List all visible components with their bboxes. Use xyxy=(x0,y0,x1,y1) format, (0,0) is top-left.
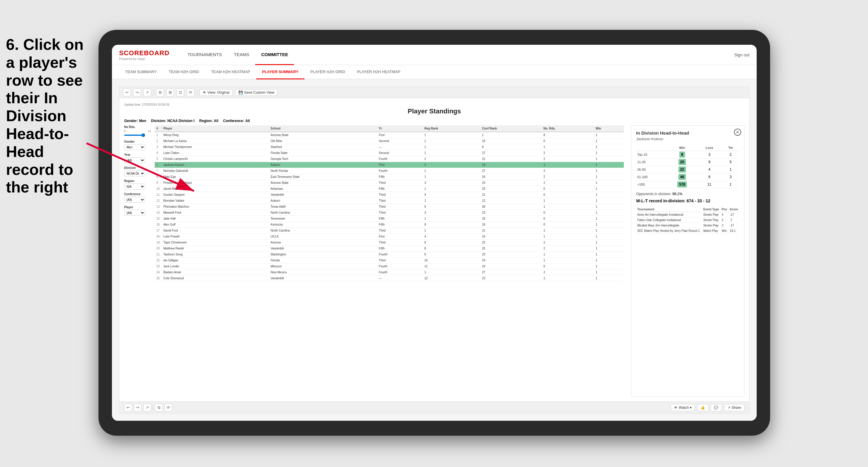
table-row[interactable]: 4 Luke Claton Florida State Second 1 27 … xyxy=(155,150,624,156)
table-row[interactable]: 16 Alex Goff Kentucky Fifth 8 19 0 1 xyxy=(155,222,624,228)
share-button[interactable]: ↗ Share xyxy=(724,404,744,411)
cell-reg: 1 xyxy=(423,168,480,174)
h2h-row: 26-50 22 4 1 xyxy=(636,166,739,174)
forward-button[interactable]: ↗ xyxy=(143,89,151,96)
tab-player-summary[interactable]: PLAYER SUMMARY xyxy=(256,65,305,80)
cell-win: 1 xyxy=(594,198,624,204)
table-row[interactable]: 14 Maxwell Ford North Carolina Third 3 2… xyxy=(155,210,624,216)
cell-school: Auburn xyxy=(269,198,377,204)
table-row[interactable]: 2 Michael La Sasso Ole Miss Second 1 19 … xyxy=(155,138,624,144)
result-score: -17 xyxy=(728,223,739,228)
watch-icon: 👁 xyxy=(674,406,678,410)
table-row[interactable]: 1 Wenyi Ding Arizona State First 1 1 8 1 xyxy=(155,132,624,138)
cell-conf: 21 xyxy=(480,228,542,234)
conference-filter-select[interactable]: (All) xyxy=(124,197,145,203)
table-row[interactable]: 21 Taehoon Song Washington Fourth 6 23 1… xyxy=(155,252,624,257)
select-button[interactable]: ⊡ xyxy=(177,89,184,96)
slider-track[interactable] xyxy=(124,134,145,136)
table-row[interactable]: 11 Gordon Sargent Vanderbilt Third 4 21 … xyxy=(155,192,624,198)
cell-player: Preston Summerhays xyxy=(161,180,269,186)
copy-button[interactable]: ⧉ xyxy=(156,89,164,96)
cell-yr: Second xyxy=(377,138,423,144)
redo-button[interactable]: ↪ xyxy=(133,89,141,96)
thumbs-up-button[interactable]: 👍 xyxy=(697,404,708,411)
table-row[interactable]: 18 Luke Powell UCLA First 4 24 1 1 xyxy=(155,234,624,240)
cell-conf: 24 xyxy=(480,263,542,270)
year-filter-group: Year (All) xyxy=(124,153,151,163)
bottom-copy[interactable]: ⧉ xyxy=(155,404,163,411)
table-row[interactable]: 8 Mats Ege East Tennessee State Fifth 1 … xyxy=(155,174,624,180)
cell-win: 1 xyxy=(594,216,624,222)
cell-player: Taehoon Song xyxy=(161,252,269,257)
cell-yr: — xyxy=(377,144,423,150)
tab-team-h2h-grid[interactable]: TEAM H2H GRID xyxy=(163,65,205,80)
tab-player-h2h-grid[interactable]: PLAYER H2H GRID xyxy=(305,65,351,80)
gender-filter-group: Gender Men xyxy=(124,140,151,150)
cell-win: 1 xyxy=(594,252,624,257)
h2h-results-table: Tournament Event Type Pos Score Amer Ari… xyxy=(636,207,739,234)
save-custom-button[interactable]: 💾 Save Custom View xyxy=(235,89,278,96)
division-filter-label: Division xyxy=(124,166,151,169)
table-row[interactable]: 19 Tiger Christensen Arizona Third 8 23 … xyxy=(155,240,624,246)
conference-label: Conference: xyxy=(223,119,244,123)
bottom-redo[interactable]: ↪ xyxy=(134,404,142,411)
comment-button[interactable]: 💬 xyxy=(711,404,722,411)
bottom-forward[interactable]: ↗ xyxy=(143,404,151,411)
bottom-refresh[interactable]: ⟳ xyxy=(164,404,172,411)
year-filter-label: Year xyxy=(124,153,151,156)
table-row[interactable]: 17 David Ford North Carolina Third 1 21 … xyxy=(155,228,624,234)
sign-out-link[interactable]: Sign out xyxy=(734,53,749,57)
cell-win: 1 xyxy=(594,210,624,216)
cell-rds: 2 xyxy=(542,270,594,275)
player-filter-select[interactable]: (All) xyxy=(124,210,145,216)
cell-rds: 2 xyxy=(542,174,594,180)
cell-win: 1 xyxy=(594,144,624,150)
h2h-tie: 1 xyxy=(722,181,739,188)
table-row[interactable]: 12 Brendan Valdes Auburn Third 1 13 1 1 xyxy=(155,198,624,204)
cell-player: Bastien Amat xyxy=(161,270,269,275)
table-row[interactable]: 3 Michael Thorbjornsen Stanford — 1 8 1 … xyxy=(155,144,624,150)
table-row[interactable]: 13 Phichaksn Maichon Texas A&M Third 6 3… xyxy=(155,204,624,210)
h2h-tie: 5 xyxy=(722,158,739,166)
nav-item-committee[interactable]: COMMITTEE xyxy=(255,45,294,65)
table-row[interactable]: 24 Bastien Amat New Mexico Fourth 1 27 2… xyxy=(155,270,624,275)
save-custom-label: Save Custom View xyxy=(244,90,274,95)
tab-player-h2h-heatmap[interactable]: PLAYER H2H HEATMAP xyxy=(351,65,406,80)
cell-school: East Tennessee State xyxy=(269,174,377,180)
table-row[interactable]: 22 Ian Gilligan Florida Third 10 24 1 1 xyxy=(155,257,624,263)
table-row[interactable]: 25 Cole Sherwood Vanderbilt — 12 23 1 1 xyxy=(155,275,624,281)
tab-team-h2h-heatmap[interactable]: TEAM H2H HEATMAP xyxy=(205,65,256,80)
result-pos: 2 xyxy=(720,218,728,223)
conference-value: All xyxy=(245,119,250,123)
refresh-button[interactable]: ⟳ xyxy=(187,89,194,96)
table-row[interactable]: 5 Christo Lamprecht Georgia Tech Fourth … xyxy=(155,156,624,162)
table-row[interactable]: 23 Jack Lundin Missouri Fourth 11 24 0 1 xyxy=(155,263,624,270)
table-row[interactable]: 10 Jacob Mac Diesen Arkansas Fifth 1 25 … xyxy=(155,186,624,192)
cell-yr: Fifth xyxy=(377,174,423,180)
view-original-button[interactable]: 👁 View: Original xyxy=(199,89,233,96)
region-filter-select[interactable]: N/A xyxy=(124,184,145,189)
table-row[interactable]: 20 Matthew Riedel Vanderbilt Fifth 8 25 … xyxy=(155,246,624,252)
paste-button[interactable]: ⊞ xyxy=(166,89,174,96)
undo-button[interactable]: ↩ xyxy=(123,89,131,96)
cell-num: 1 xyxy=(155,132,161,138)
table-row[interactable]: 15 Jake Hall Tennessee Fifth 1 18 0 1 xyxy=(155,216,624,222)
tab-team-summary[interactable]: TEAM SUMMARY xyxy=(119,65,163,80)
watch-button[interactable]: 👁 Watch ▾ xyxy=(671,404,695,411)
watch-label: Watch ▾ xyxy=(679,406,691,410)
table-row[interactable]: 7 Nicholas Gabrelcik North Florida Fourt… xyxy=(155,168,624,174)
bottom-undo[interactable]: ↩ xyxy=(124,404,132,411)
result-row: Fallon Oak Collegiate Invitational Strok… xyxy=(636,218,739,223)
cell-conf: 30 xyxy=(480,204,542,210)
nav-item-tournaments[interactable]: TOURNAMENTS xyxy=(182,45,228,65)
h2h-close-button[interactable]: ✕ xyxy=(734,129,741,136)
cell-yr: Fourth xyxy=(377,252,423,257)
division-filter-select[interactable]: NCAA Division I xyxy=(124,170,145,176)
slider-thumb[interactable] xyxy=(142,133,145,137)
gender-filter-select[interactable]: Men xyxy=(124,144,145,150)
table-row[interactable]: 6 Jackson Koivun Auburn First 1 14 1 1 xyxy=(155,162,624,168)
table-row[interactable]: 9 Preston Summerhays Arizona State Third… xyxy=(155,180,624,186)
cell-yr: Fifth xyxy=(377,246,423,252)
nav-item-teams[interactable]: TEAMS xyxy=(228,45,255,65)
year-filter-select[interactable]: (All) xyxy=(124,157,145,163)
